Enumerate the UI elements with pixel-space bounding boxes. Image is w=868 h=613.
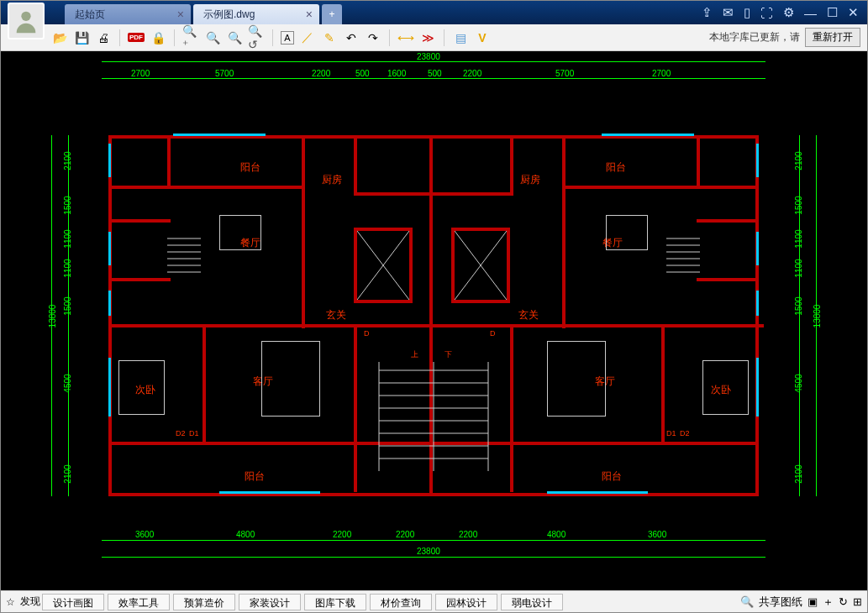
bb-item-library[interactable]: 图库下载	[304, 594, 366, 610]
lock-icon[interactable]: 🔒	[150, 29, 166, 46]
bottom-bar: ☆ 发现 设计画图 效率工具 预算造价 家装设计 图库下载 材价查询 园林设计 …	[1, 590, 867, 612]
window-controls: ⇪ ✉ ▯ ⛶ ⚙ — ☐ ✕	[693, 1, 867, 24]
svg-point-0	[21, 12, 30, 21]
discover-icon[interactable]: ☆	[1, 596, 20, 608]
room-balcony: 阳台	[606, 160, 626, 175]
bottom-right: 🔍 共享图纸 ▣ ＋ ↻ ⊞	[740, 595, 867, 610]
open-icon[interactable]: 📂	[51, 29, 68, 46]
sync-icon[interactable]: ↻	[839, 595, 848, 608]
share-icon[interactable]: ⇪	[702, 5, 713, 20]
print-icon[interactable]: 🖨	[95, 29, 112, 46]
title-bar: 起始页× 示例图.dwg× + ⇪ ✉ ▯ ⛶ ⚙ — ☐ ✕	[1, 1, 867, 24]
separator	[272, 29, 273, 46]
tab-strip: 起始页× 示例图.dwg× +	[65, 1, 693, 24]
measure-icon[interactable]: ⟷	[397, 29, 414, 46]
expand-icon[interactable]: ⛶	[760, 6, 773, 20]
room-balcony: 阳台	[240, 160, 260, 175]
close-button[interactable]: ✕	[848, 5, 859, 20]
stair-up-label: 上	[411, 349, 418, 360]
stair-down-label: 下	[445, 349, 452, 360]
zoom-extent-icon[interactable]: 🔍	[226, 29, 243, 46]
user-avatar[interactable]	[8, 3, 45, 39]
toolbar-status: 本地字库已更新，请 重新打开	[709, 28, 860, 47]
room-balcony: 阳台	[602, 469, 622, 484]
separator	[119, 29, 120, 46]
room-foyer: 玄关	[326, 308, 346, 322]
gear-icon[interactable]: ⚙	[783, 5, 794, 20]
bb-item-elec[interactable]: 弱电设计	[501, 594, 563, 610]
add-icon[interactable]: ＋	[823, 595, 834, 610]
zoom-back-icon[interactable]: 🔍↺	[248, 29, 265, 46]
reopen-button[interactable]: 重新打开	[805, 28, 860, 47]
separator	[389, 29, 390, 46]
mobile-icon[interactable]: ▯	[744, 5, 750, 20]
font-status-text: 本地字库已更新，请	[709, 30, 800, 45]
tab-drawing[interactable]: 示例图.dwg×	[193, 4, 319, 24]
room-kitchen: 厨房	[520, 173, 540, 187]
dim-top-total: 23800	[417, 52, 440, 61]
wechat-icon[interactable]: ✉	[723, 5, 734, 20]
bb-item-tools[interactable]: 效率工具	[108, 594, 170, 610]
undo-icon[interactable]: ↶	[343, 29, 360, 46]
share-drawing-label[interactable]: 共享图纸	[759, 595, 802, 610]
room-balcony: 阳台	[245, 469, 265, 484]
text-tool-icon[interactable]: A	[281, 31, 294, 45]
measure-area-icon[interactable]: ≫	[419, 29, 436, 46]
pdf-export-icon[interactable]: PDF	[128, 29, 145, 46]
save-icon[interactable]: 💾	[73, 29, 90, 46]
zoom-realtime-icon[interactable]: 🔍⁺	[182, 29, 199, 46]
bb-item-budget[interactable]: 预算造价	[173, 594, 235, 610]
new-tab-button[interactable]: +	[322, 4, 342, 24]
separator	[444, 29, 445, 46]
close-icon[interactable]: ×	[306, 8, 313, 20]
maximize-button[interactable]: ☐	[827, 5, 838, 20]
draw-pen-icon[interactable]: ✎	[321, 29, 338, 46]
room-foyer: 玄关	[518, 308, 539, 322]
drawing-canvas[interactable]: 23800 2700 5700 2200 500 1600 500 2200 5…	[1, 51, 867, 590]
close-icon[interactable]: ×	[177, 8, 184, 20]
zoom-window-icon[interactable]: 🔍	[204, 29, 221, 46]
discover-label[interactable]: 发现	[20, 595, 40, 609]
vip-icon[interactable]: V	[474, 29, 491, 46]
bb-item-landscape[interactable]: 园林设计	[435, 594, 497, 610]
bb-item-design[interactable]: 设计画图	[42, 594, 104, 610]
tab-home[interactable]: 起始页×	[65, 4, 191, 24]
dim-bottom-total: 23800	[417, 547, 440, 556]
search-icon[interactable]: 🔍	[740, 595, 754, 608]
minimize-button[interactable]: —	[804, 6, 817, 20]
room-kitchen: 厨房	[322, 173, 342, 187]
grid-icon[interactable]: ⊞	[853, 595, 862, 608]
bb-item-material[interactable]: 材价查询	[370, 594, 432, 610]
bb-item-interior[interactable]: 家装设计	[239, 594, 301, 610]
layout-icon[interactable]: ▣	[808, 595, 818, 608]
layers-icon[interactable]: ▤	[452, 29, 469, 46]
draw-line-icon[interactable]: ／	[299, 29, 316, 46]
toolbar: 📂 💾 🖨 PDF 🔒 🔍⁺ 🔍 🔍 🔍↺ A ／ ✎ ↶ ↷ ⟷ ≫ ▤ V …	[1, 24, 867, 51]
redo-icon[interactable]: ↷	[365, 29, 381, 46]
separator	[174, 29, 175, 46]
